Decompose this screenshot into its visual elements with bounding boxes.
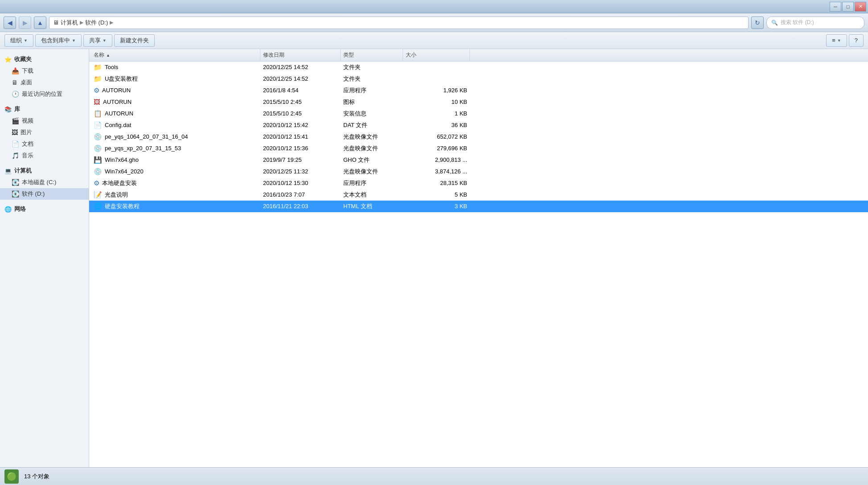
file-size-cell: 28,315 KB bbox=[403, 177, 470, 189]
file-name-cell: 📁 U盘安装教程 bbox=[91, 73, 260, 84]
sidebar-item-video[interactable]: 🎬 视频 bbox=[0, 115, 89, 127]
search-bar[interactable]: 🔍 搜索 软件 (D:) bbox=[766, 16, 864, 29]
table-row[interactable]: 📁 Tools 2020/12/25 14:52 文件夹 bbox=[89, 62, 868, 73]
toolbar-right: ≡ ▼ ? bbox=[826, 34, 864, 47]
file-name: AUTORUN bbox=[105, 110, 133, 117]
network-icon: 🌐 bbox=[4, 206, 12, 213]
breadcrumb-drive[interactable]: 软件 (D:) bbox=[85, 19, 108, 27]
video-label: 视频 bbox=[22, 117, 33, 125]
file-type-cell: 光盘映像文件 bbox=[341, 131, 403, 142]
view-chevron-icon: ▼ bbox=[837, 38, 841, 43]
include-library-button[interactable]: 包含到库中 ▼ bbox=[35, 34, 82, 47]
table-row[interactable]: 📝 光盘说明 2016/10/23 7:07 文本文档 5 KB bbox=[89, 189, 868, 201]
title-bar: ─ □ ✕ bbox=[0, 0, 868, 13]
star-icon: ⭐ bbox=[4, 56, 12, 63]
organize-label: 组织 bbox=[10, 37, 22, 45]
desktop-label: 桌面 bbox=[21, 78, 32, 86]
sidebar-section-network: 🌐 网络 bbox=[0, 203, 89, 215]
maximize-button[interactable]: □ bbox=[842, 2, 854, 12]
table-row[interactable]: 🌐 硬盘安装教程 2016/11/21 22:03 HTML 文档 3 KB bbox=[89, 201, 868, 212]
status-bar: 🟢 13 个对象 bbox=[0, 467, 868, 485]
col-header-type[interactable]: 类型 bbox=[341, 49, 403, 61]
search-icon: 🔍 bbox=[771, 20, 778, 26]
sidebar-item-music[interactable]: 🎵 音乐 bbox=[0, 150, 89, 161]
music-icon: 🎵 bbox=[12, 152, 19, 159]
sidebar-item-desktop[interactable]: 🖥 桌面 bbox=[0, 77, 89, 88]
up-button[interactable]: ▲ bbox=[34, 16, 46, 29]
table-row[interactable]: 💿 pe_yqs_xp_20_07_31_15_53 2020/10/12 15… bbox=[89, 143, 868, 154]
file-date-cell: 2016/10/23 7:07 bbox=[260, 189, 341, 200]
file-size-cell: 652,072 KB bbox=[403, 131, 470, 142]
file-date-cell: 2020/12/25 11:32 bbox=[260, 166, 341, 177]
file-name: 硬盘安装教程 bbox=[105, 202, 140, 210]
refresh-button[interactable]: ↻ bbox=[751, 16, 764, 29]
file-date-cell: 2016/11/21 22:03 bbox=[260, 201, 341, 212]
col-header-name[interactable]: 名称 ▲ bbox=[91, 49, 260, 61]
file-type-cell: 图标 bbox=[341, 96, 403, 107]
table-row[interactable]: ⚙ 本地硬盘安装 2020/10/12 15:30 应用程序 28,315 KB bbox=[89, 177, 868, 189]
minimize-button[interactable]: ─ bbox=[830, 2, 841, 12]
file-type-icon: ⚙ bbox=[94, 179, 99, 187]
sidebar-section-library: 📚 库 🎬 视频 🖼 图片 📄 文档 🎵 音乐 bbox=[0, 103, 89, 161]
breadcrumb[interactable]: 🖥 计算机 ▶ 软件 (D:) ▶ bbox=[49, 16, 749, 29]
file-date-cell: 2020/10/12 15:41 bbox=[260, 131, 341, 142]
file-type-cell: 安装信息 bbox=[341, 108, 403, 119]
file-name-cell: 💿 pe_yqs_xp_20_07_31_15_53 bbox=[91, 143, 260, 154]
sidebar-header-library[interactable]: 📚 库 bbox=[0, 103, 89, 115]
file-name-cell: 💾 Win7x64.gho bbox=[91, 154, 260, 165]
help-button[interactable]: ? bbox=[849, 34, 864, 47]
table-row[interactable]: 📄 Config.dat 2020/10/12 15:42 DAT 文件 36 … bbox=[89, 119, 868, 131]
drive-c-icon: 💽 bbox=[12, 179, 19, 186]
file-name-cell: 📁 Tools bbox=[91, 62, 260, 73]
file-type-icon: 🌐 bbox=[94, 202, 102, 210]
sidebar-header-network[interactable]: 🌐 网络 bbox=[0, 203, 89, 215]
drive-d-icon: 💽 bbox=[12, 190, 19, 197]
new-folder-button[interactable]: 新建文件夹 bbox=[114, 34, 155, 47]
sidebar-item-drive-c[interactable]: 💽 本地磁盘 (C:) bbox=[0, 177, 89, 188]
library-label: 库 bbox=[14, 105, 20, 113]
main-layout: ⭐ 收藏夹 📥 下载 🖥 桌面 🕐 最近访问的位置 📚 库 bbox=[0, 49, 868, 467]
sidebar-item-drive-d[interactable]: 💽 软件 (D:) bbox=[0, 188, 89, 200]
file-name: Tools bbox=[105, 64, 118, 70]
col-header-size[interactable]: 大小 bbox=[403, 49, 470, 61]
sidebar-item-pictures[interactable]: 🖼 图片 bbox=[0, 127, 89, 138]
sidebar-header-favorites[interactable]: ⭐ 收藏夹 bbox=[0, 53, 89, 65]
back-button[interactable]: ◀ bbox=[4, 16, 16, 29]
sidebar-item-documents[interactable]: 📄 文档 bbox=[0, 138, 89, 150]
table-row[interactable]: 💾 Win7x64.gho 2019/9/7 19:25 GHO 文件 2,90… bbox=[89, 154, 868, 166]
share-chevron-icon: ▼ bbox=[103, 38, 107, 43]
table-row[interactable]: 📋 AUTORUN 2015/5/10 2:45 安装信息 1 KB bbox=[89, 108, 868, 119]
file-type-icon: 📁 bbox=[94, 75, 102, 83]
file-name-cell: 💿 pe_yqs_1064_20_07_31_16_04 bbox=[91, 131, 260, 142]
share-button[interactable]: 共享 ▼ bbox=[83, 34, 112, 47]
network-label: 网络 bbox=[14, 205, 26, 213]
table-row[interactable]: 💿 Win7x64_2020 2020/12/25 11:32 光盘映像文件 3… bbox=[89, 166, 868, 177]
view-options-button[interactable]: ≡ ▼ bbox=[826, 34, 847, 47]
file-size-cell: 2,900,813 ... bbox=[403, 154, 470, 165]
file-list: 📁 Tools 2020/12/25 14:52 文件夹 📁 U盘安装教程 20… bbox=[89, 62, 868, 467]
sidebar-item-downloads[interactable]: 📥 下载 bbox=[0, 65, 89, 77]
breadcrumb-computer[interactable]: 计算机 bbox=[61, 19, 78, 27]
close-button[interactable]: ✕ bbox=[855, 2, 866, 12]
desktop-icon: 🖥 bbox=[12, 79, 18, 86]
table-row[interactable]: 🖼 AUTORUN 2015/5/10 2:45 图标 10 KB bbox=[89, 96, 868, 108]
favorites-label: 收藏夹 bbox=[14, 55, 32, 63]
table-row[interactable]: 💿 pe_yqs_1064_20_07_31_16_04 2020/10/12 … bbox=[89, 131, 868, 143]
table-row[interactable]: 📁 U盘安装教程 2020/12/25 14:52 文件夹 bbox=[89, 73, 868, 85]
file-name: Win7x64_2020 bbox=[105, 168, 144, 175]
file-type-cell: HTML 文档 bbox=[341, 201, 403, 212]
file-date-cell: 2020/12/25 14:52 bbox=[260, 73, 341, 84]
sidebar-item-recent[interactable]: 🕐 最近访问的位置 bbox=[0, 88, 89, 100]
file-name: pe_yqs_xp_20_07_31_15_53 bbox=[105, 145, 181, 152]
sidebar-header-computer[interactable]: 💻 计算机 bbox=[0, 165, 89, 177]
file-type-cell: 应用程序 bbox=[341, 85, 403, 96]
file-date-cell: 2015/5/10 2:45 bbox=[260, 96, 341, 107]
forward-button[interactable]: ▶ bbox=[19, 16, 31, 29]
view-icon: ≡ bbox=[832, 37, 835, 44]
col-header-date[interactable]: 修改日期 bbox=[260, 49, 341, 61]
table-row[interactable]: ⚙ AUTORUN 2016/1/8 4:54 应用程序 1,926 KB bbox=[89, 85, 868, 96]
file-name: AUTORUN bbox=[103, 99, 132, 105]
organize-button[interactable]: 组织 ▼ bbox=[4, 34, 33, 47]
file-name: 光盘说明 bbox=[105, 191, 128, 199]
file-name-cell: 📋 AUTORUN bbox=[91, 108, 260, 119]
